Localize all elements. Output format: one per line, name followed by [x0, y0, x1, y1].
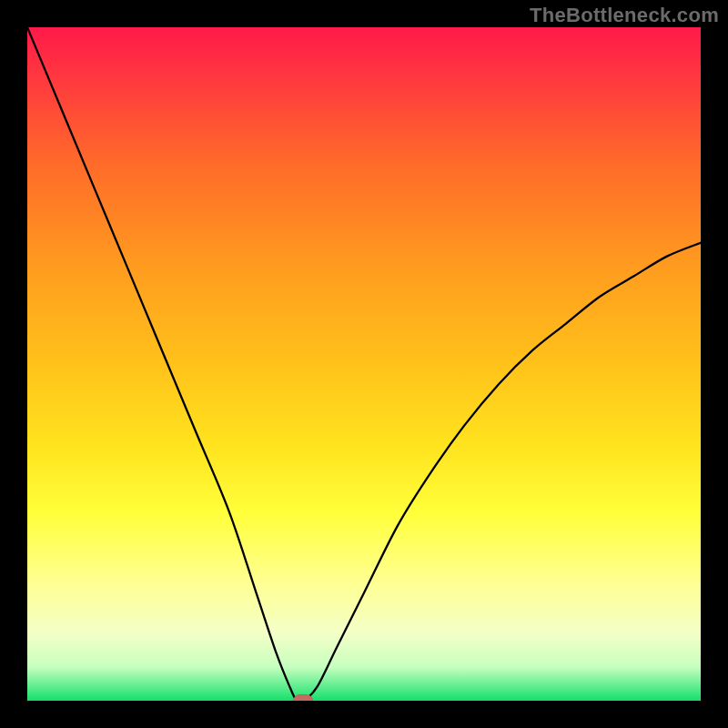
minimum-marker — [293, 694, 313, 701]
chart-frame: TheBottleneck.com — [0, 0, 728, 728]
watermark-text: TheBottleneck.com — [530, 4, 719, 27]
bottleneck-curve — [27, 27, 701, 701]
plot-area — [27, 27, 701, 701]
